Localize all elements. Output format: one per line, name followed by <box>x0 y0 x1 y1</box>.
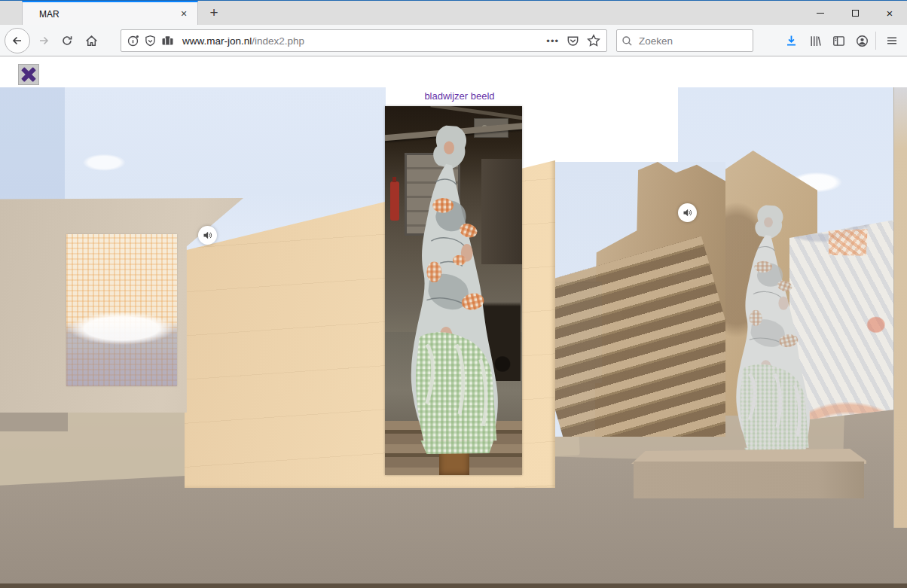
sidebar-icon <box>832 35 845 47</box>
url-tail-icons <box>566 34 600 47</box>
forward-button[interactable] <box>35 32 53 50</box>
url-text: www.mar-jon.nl/index2.php <box>182 35 304 47</box>
close-overlay-button[interactable] <box>18 64 39 85</box>
right-wall-edge <box>893 87 907 528</box>
statue-main <box>394 115 513 455</box>
minimize-button[interactable] <box>803 1 838 26</box>
sidebar-button[interactable] <box>829 32 847 50</box>
statue-right-faded[interactable] <box>722 197 823 459</box>
url-domain: www.mar-jon.nl <box>182 35 252 47</box>
audio-button-left[interactable] <box>198 226 217 245</box>
tab-title: MAR <box>39 9 60 20</box>
page-content: bladwijzer beeld <box>0 56 907 588</box>
home-icon <box>85 35 98 47</box>
site-info-icon[interactable] <box>127 35 139 47</box>
url-path: /index2.php <box>252 35 304 47</box>
hamburger-menu-icon <box>886 35 898 47</box>
left-wall-painting[interactable] <box>66 234 177 386</box>
tab-bar: MAR × + × <box>0 0 907 25</box>
tracking-protection-shield-icon[interactable] <box>145 35 156 47</box>
stone-staircase <box>555 236 725 437</box>
account-icon <box>856 35 869 47</box>
identity-icons <box>127 35 174 47</box>
back-button[interactable] <box>5 28 30 53</box>
reload-button[interactable] <box>58 32 76 50</box>
menu-button[interactable] <box>883 32 901 50</box>
audio-button-right[interactable] <box>678 203 697 222</box>
downloads-button[interactable] <box>782 32 800 50</box>
blocked-media-permission-icon[interactable] <box>161 35 174 47</box>
browser-tab[interactable]: MAR × <box>22 1 198 26</box>
bookmark-star-icon[interactable] <box>587 34 600 47</box>
search-icon <box>621 35 633 47</box>
stone-stairs-photo <box>555 162 725 437</box>
search-input[interactable] <box>637 35 743 47</box>
forward-icon <box>38 35 50 47</box>
close-window-button[interactable]: × <box>872 1 907 26</box>
right-bench-front <box>634 462 864 498</box>
navigation-toolbar: www.mar-jon.nl/index2.php ••• <box>0 25 907 56</box>
library-button[interactable] <box>806 32 824 50</box>
download-icon <box>785 35 798 47</box>
window-controls: × <box>803 1 907 26</box>
new-tab-button[interactable]: + <box>203 3 224 24</box>
tab-close-icon[interactable]: × <box>177 8 191 21</box>
home-button[interactable] <box>82 32 100 50</box>
back-icon <box>11 35 23 47</box>
reload-icon <box>61 35 73 47</box>
speaker-icon <box>682 207 693 218</box>
account-button[interactable] <box>853 32 871 50</box>
image-caption: bladwijzer beeld <box>324 90 595 102</box>
featured-statue-photo[interactable] <box>385 106 522 475</box>
toolbar-separator <box>875 32 876 50</box>
search-bar[interactable] <box>616 29 753 52</box>
speaker-icon <box>202 230 213 241</box>
url-bar[interactable]: www.mar-jon.nl/index2.php ••• <box>121 29 607 52</box>
floor-bottom-edge <box>0 583 907 588</box>
close-window-icon: × <box>887 8 893 19</box>
maximize-button[interactable] <box>838 1 872 26</box>
page-actions-icon[interactable]: ••• <box>546 35 559 47</box>
maximize-icon <box>852 10 859 17</box>
minimize-icon <box>817 13 824 14</box>
library-icon <box>809 35 822 47</box>
pocket-icon[interactable] <box>566 35 579 47</box>
